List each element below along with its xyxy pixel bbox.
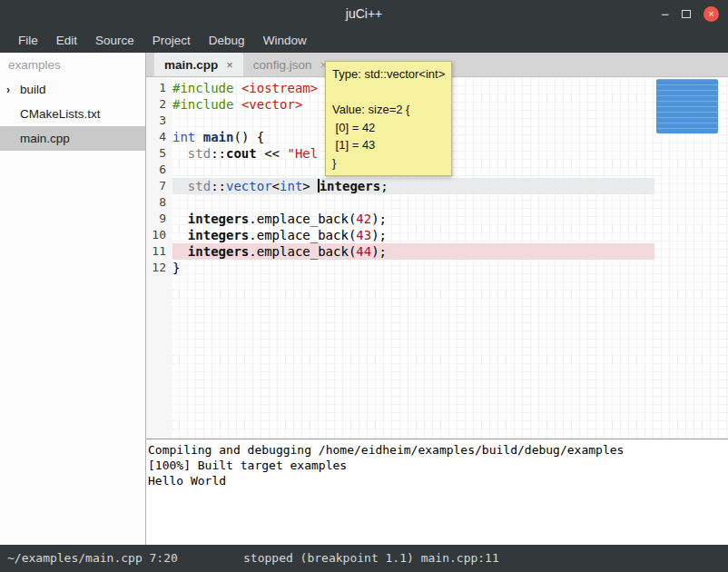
minimize-button[interactable]: − [661, 7, 669, 21]
project-root-label: examples [0, 53, 145, 77]
line-number: 2 [146, 96, 172, 113]
window-title: juCi++ [346, 6, 382, 21]
tree-item-cmakelists-txt[interactable]: CMakeLists.txt [0, 102, 145, 126]
menu-item-debug[interactable]: Debug [200, 29, 254, 52]
code-text [172, 194, 654, 211]
output-panel[interactable]: Compiling and debugging /home/eidheim/ex… [146, 439, 728, 545]
line-number: 10 [146, 227, 172, 243]
code-line-10[interactable]: 10 integers.emplace_back(43); [146, 227, 654, 243]
tooltip-line: } [332, 154, 445, 173]
line-number: 1 [146, 80, 172, 96]
code-text: integers.emplace_back(44); [172, 243, 654, 260]
output-line: Compiling and debugging /home/eidheim/ex… [148, 442, 726, 458]
app-window: juCi++ − × FileEditSourceProjectDebugWin… [0, 0, 728, 572]
window-controls: − × [661, 0, 719, 27]
tree-item-main-cpp[interactable]: main.cpp [0, 126, 145, 151]
tooltip-line: Type: std::vector<int> [332, 65, 445, 84]
tooltip-line: Value: size=2 { [332, 101, 445, 119]
menubar: FileEditSourceProjectDebugWindow [0, 27, 728, 53]
line-number: 3 [146, 113, 172, 129]
expander-icon[interactable]: › [6, 84, 20, 96]
status-bar: ~/examples/main.cpp 7:20 stopped (breakp… [0, 545, 728, 572]
tab-label: main.cpp [164, 58, 218, 72]
file-tree: ›buildCMakeLists.txtmain.cpp [0, 77, 145, 151]
output-line: Hello World [148, 473, 726, 488]
code-line-11[interactable]: 11 integers.emplace_back(44); [146, 243, 654, 260]
menu-item-file[interactable]: File [9, 29, 47, 52]
code-line-12[interactable]: 12} [146, 260, 654, 276]
code-line-9[interactable]: 9 integers.emplace_back(42); [146, 211, 654, 227]
line-number: 5 [146, 145, 172, 162]
code-line-7[interactable]: 7 std::vector<int> integers; [146, 178, 654, 194]
close-button[interactable]: × [703, 6, 719, 22]
debug-tooltip: Type: std::vector<int> Value: size=2 { [… [325, 61, 452, 176]
minimap-visible-region[interactable] [656, 79, 718, 133]
menu-item-edit[interactable]: Edit [47, 29, 86, 52]
menu-item-project[interactable]: Project [143, 29, 200, 52]
code-text: std::vector<int> integers; [172, 178, 654, 194]
restore-button[interactable] [682, 10, 691, 18]
title-bar: juCi++ − × [0, 0, 728, 27]
file-explorer-sidebar: examples ›buildCMakeLists.txtmain.cpp [0, 53, 146, 545]
code-text: } [172, 260, 654, 276]
tree-item-build[interactable]: ›build [0, 77, 145, 102]
tooltip-line: [1] = 43 [332, 136, 445, 154]
line-number: 7 [146, 178, 172, 194]
line-number: 6 [146, 162, 172, 178]
tree-item-label: build [20, 83, 46, 96]
line-number: 4 [146, 129, 172, 145]
line-number: 11 [146, 243, 172, 260]
output-line: [100%] Built target examples [148, 458, 726, 473]
menu-item-window[interactable]: Window [254, 29, 316, 52]
tab-close-icon[interactable]: × [226, 58, 233, 72]
line-number: 9 [146, 211, 172, 227]
tree-item-label: CMakeLists.txt [20, 107, 101, 121]
tooltip-line [332, 84, 445, 102]
tab-config-json[interactable]: config.json× [243, 53, 337, 76]
tab-label: config.json [253, 58, 312, 72]
code-line-8[interactable]: 8 [146, 194, 654, 211]
line-number: 8 [146, 194, 172, 211]
line-number: 12 [146, 260, 172, 276]
tab-main-cpp[interactable]: main.cpp× [154, 53, 243, 76]
code-text: integers.emplace_back(43); [172, 227, 654, 243]
status-debug-state: stopped (breakpoint 1.1) main.cpp:11 [243, 545, 499, 572]
menu-item-source[interactable]: Source [86, 29, 143, 52]
tooltip-line: [0] = 42 [332, 119, 445, 137]
code-text: integers.emplace_back(42); [172, 211, 654, 227]
tree-item-label: main.cpp [20, 132, 70, 145]
status-file-position: ~/examples/main.cpp 7:20 [7, 545, 178, 572]
